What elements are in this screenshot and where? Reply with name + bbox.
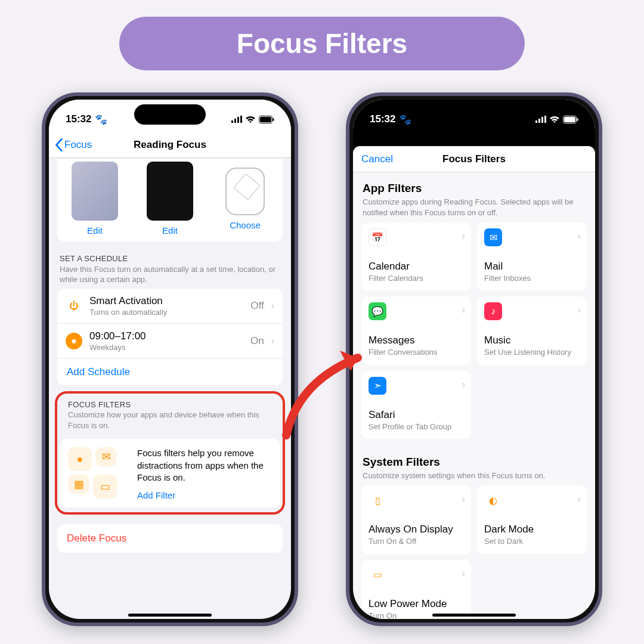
choose-label: Choose	[230, 220, 261, 230]
sheet-title: Focus Filters	[442, 153, 506, 165]
svg-rect-0	[231, 120, 233, 123]
home-indicator	[432, 614, 516, 617]
app-filters-title: App Filters	[363, 182, 586, 195]
app-filters-grid: 📅 › Calendar Filter Calendars ✉ › Mail F…	[353, 222, 595, 439]
svg-rect-13	[577, 118, 578, 121]
tile-title: Mail	[484, 261, 580, 273]
cellular-icon	[231, 116, 242, 123]
music-icon: ♪	[484, 302, 502, 320]
dynamic-island	[134, 104, 206, 125]
clock-icon: ●	[66, 333, 82, 349]
add-filter-button[interactable]: Add Filter	[137, 490, 175, 501]
chevron-right-icon: ›	[578, 494, 581, 504]
dynamic-island	[438, 104, 510, 125]
chat-icon: ●	[68, 447, 92, 471]
delete-focus-button[interactable]: Delete Focus	[57, 524, 283, 553]
svg-rect-5	[260, 117, 271, 122]
filter-iconset: ● ✉ ▦ ▭	[68, 447, 128, 501]
system-filters-header: System Filters Customize system settings…	[353, 439, 595, 486]
messages-icon: 💬	[369, 302, 386, 320]
schedule-header-desc: Have this Focus turn on automatically at…	[60, 264, 280, 285]
homescreen-thumb[interactable]: Edit	[132, 158, 208, 242]
system-filters-desc: Customize system settings when this Focu…	[363, 470, 586, 481]
tile-title: Always On Display	[369, 524, 464, 535]
battery-icon	[259, 116, 274, 123]
smart-activation-value: Off	[250, 300, 264, 312]
phone-left: 15:32 🐾 Focus Reading Focus Edit Edit Ch	[42, 92, 298, 626]
focus-filters-highlight: FOCUS FILTERS Customize how your apps an…	[55, 391, 285, 515]
lockscreen-thumb[interactable]: Edit	[57, 158, 132, 242]
home-indicator	[128, 614, 212, 617]
focus-filters-header: FOCUS FILTERS Customize how your apps an…	[57, 394, 283, 435]
time-schedule-title: 09:00–17:00	[89, 330, 243, 342]
svg-rect-10	[544, 116, 546, 123]
nav-title: Reading Focus	[134, 139, 206, 151]
focus-filters-card: ● ✉ ▦ ▭ Focus filters help you remove di…	[60, 439, 280, 507]
page-title: Focus Filters	[237, 27, 407, 60]
dark-mode-icon: ◐	[484, 491, 502, 509]
focus-filters-header-title: FOCUS FILTERS	[68, 400, 272, 410]
svg-rect-8	[538, 119, 540, 123]
tile-sub: Set to Dark	[484, 537, 580, 546]
tile-title: Low Power Mode	[369, 598, 464, 610]
app-filters-header: App Filters Customize apps during Readin…	[353, 172, 595, 222]
calendar-icon: ▦	[68, 475, 89, 494]
tile-sub: Filter Calendars	[369, 274, 464, 283]
wifi-icon	[549, 116, 560, 123]
smart-activation-title: Smart Activation	[89, 295, 243, 307]
screen-thumbnails: Edit Edit Choose	[57, 158, 283, 242]
battery-icon: ▭	[93, 475, 117, 499]
schedule-card: ⏻ Smart Activation Turns on automaticall…	[57, 289, 283, 385]
chevron-left-icon	[55, 138, 63, 151]
battery-icon: ▭	[369, 566, 386, 584]
phone-right: 15:32 🐾 Cancel Focus Filters App Filt	[346, 92, 602, 626]
paw-icon: 🐾	[399, 113, 411, 126]
chevron-right-icon: ›	[462, 379, 465, 390]
music-tile[interactable]: ♪ › Music Set Use Listening History	[477, 296, 587, 364]
back-button[interactable]: Focus	[55, 138, 92, 151]
smart-activation-row[interactable]: ⏻ Smart Activation Turns on automaticall…	[57, 289, 283, 324]
app-filters-desc: Customize apps during Reading Focus. Sel…	[363, 197, 586, 218]
mail-tile[interactable]: ✉ › Mail Filter Inboxes	[477, 222, 587, 290]
tile-sub: Set Use Listening History	[484, 348, 580, 357]
focus-filters-help: Focus filters help you remove distractio…	[137, 447, 272, 484]
status-time: 15:32	[370, 113, 395, 125]
tile-title: Messages	[369, 335, 464, 346]
system-filters-grid: ▯ › Always On Display Turn On & Off ◐ › …	[353, 485, 595, 619]
time-schedule-value: On	[250, 335, 264, 347]
low-power-tile[interactable]: ▭ › Low Power Mode Turn On	[361, 560, 471, 619]
calendar-tile[interactable]: 📅 › Calendar Filter Calendars	[361, 222, 471, 290]
calendar-icon: 📅	[369, 228, 386, 246]
tile-sub: Filter Conversations	[369, 348, 464, 357]
cancel-button[interactable]: Cancel	[361, 153, 393, 165]
schedule-header: SET A SCHEDULE Have this Focus turn on a…	[49, 253, 291, 289]
cellular-icon	[535, 116, 546, 123]
svg-rect-1	[234, 119, 236, 123]
chevron-right-icon: ›	[578, 231, 581, 242]
chevron-right-icon: ›	[462, 568, 465, 579]
tile-sub: Turn On & Off	[369, 537, 464, 546]
sheet-nav: Cancel Focus Filters	[353, 146, 595, 172]
time-schedule-sub: Weekdays	[89, 343, 243, 352]
tile-title: Music	[484, 335, 580, 346]
aod-tile[interactable]: ▯ › Always On Display Turn On & Off	[361, 485, 471, 553]
page-title-pill: Focus Filters	[119, 17, 525, 70]
mail-icon: ✉	[484, 228, 502, 246]
time-schedule-row[interactable]: ● 09:00–17:00 Weekdays On ›	[57, 324, 283, 359]
smart-activation-sub: Turns on automatically	[89, 308, 243, 317]
paw-icon: 🐾	[95, 113, 107, 126]
chevron-right-icon: ›	[462, 305, 465, 315]
dark-mode-tile[interactable]: ◐ › Dark Mode Set to Dark	[477, 485, 587, 553]
battery-icon	[563, 116, 578, 123]
mail-icon: ✉	[95, 447, 117, 466]
power-icon: ⏻	[66, 298, 82, 314]
add-schedule-button[interactable]: Add Schedule	[57, 359, 283, 385]
schedule-header-title: SET A SCHEDULE	[60, 253, 280, 264]
tile-sub: Set Profile or Tab Group	[369, 422, 464, 432]
cancel-label: Cancel	[361, 153, 393, 165]
svg-rect-12	[564, 117, 575, 122]
tile-title: Safari	[369, 409, 464, 421]
tile-title: Calendar	[369, 261, 464, 273]
watch-thumb[interactable]: Choose	[208, 158, 283, 242]
focus-filters-header-desc: Customize how your apps and device behav…	[68, 410, 272, 431]
